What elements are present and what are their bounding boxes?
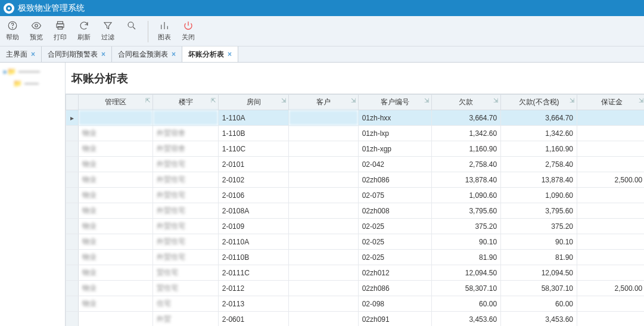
col-deposit[interactable]: 保证金⇲ [577,95,644,110]
cell-deposit [577,312,644,327]
cell-deposit [577,250,644,265]
tree-item[interactable]: ▸📁——— [2,66,63,77]
row-indicator [66,234,79,250]
cell-room: 1-110C [218,141,289,157]
close-icon[interactable]: × [31,50,35,58]
cell-cust-no: 01zh-hxx [358,110,431,126]
printer-icon [54,20,66,32]
tab-main[interactable]: 主界面 × [0,46,42,62]
preview-button[interactable]: 预览 [29,20,44,44]
row-indicator: ▸ [66,110,79,126]
cell-bldg: 外贸住宅 [153,250,218,265]
cell-deposit [577,157,644,172]
cell-customer [289,281,358,296]
cell-room: 2-0102 [218,172,289,188]
close-icon[interactable]: × [172,50,176,58]
svg-line-9 [133,27,135,29]
cell-due-net: 1,160.90 [501,141,577,157]
col-bldg[interactable]: 楼宇⇱ [153,95,218,110]
svg-point-4 [35,24,38,27]
cell-customer [289,110,358,126]
pin-icon[interactable]: ⇲ [493,97,498,104]
data-grid[interactable]: 管理区⇱ 楼宇⇱ 房间⇲ 客户⇲ 客户编号⇲ 欠款⇲ 欠款(不含税)⇲ 保证金⇲… [66,94,644,326]
content-area: ▸📁——— 📁—— 坏账分析表 管理区⇱ 楼宇⇱ 房间⇲ 客户⇲ [0,63,644,326]
table-row[interactable]: 物业贸住宅2-011202zh08658,307.1058,307.102,50… [66,281,645,296]
cell-customer [289,234,358,250]
pin-icon[interactable]: ⇲ [424,97,429,104]
table-row[interactable]: 物业外贸住宅2-0108A02zh0083,795.603,795.603,79… [66,203,645,219]
filter-button[interactable]: 过滤 [100,20,116,44]
table-row[interactable]: 物业外贸宿舍1-110B01zh-lxp1,342.601,342.601,34… [66,126,645,141]
cell-customer [289,203,358,219]
cell-due-net: 60.00 [501,296,577,312]
pin-icon[interactable]: ⇲ [281,97,286,104]
pin-icon[interactable]: ⇱ [211,97,216,104]
table-row[interactable]: 物业外贸住宅2-010102-0422,758.402,758.402,758.… [66,157,645,172]
table-row[interactable]: 物业外贸住宅2-010602-0751,090.601,090.601,090.… [66,188,645,203]
table-row[interactable]: 物业外贸住宅2-0110B02-02581.9081.9081.90 [66,250,645,265]
cell-cust-no: 02zh012 [358,265,431,281]
cell-due: 81.90 [431,250,500,265]
col-cust-no[interactable]: 客户编号⇲ [358,95,431,110]
close-icon[interactable]: × [101,50,105,58]
table-row[interactable]: 物业外贸住宅2-010902-025375.20375.20375.20 [66,219,645,234]
col-due[interactable]: 欠款⇲ [431,95,500,110]
cell-due-net: 3,795.60 [501,203,577,219]
table-row[interactable]: ▸1-110A01zh-hxx3,664.703,664.703,664.70 [66,110,645,126]
table-row[interactable]: 物业外贸住宅2-010202zh08613,878.4013,878.402,5… [66,172,645,188]
refresh-icon [78,20,90,32]
refresh-button[interactable]: 刷新 [76,20,92,44]
table-row[interactable]: 物业外贸宿舍1-110C01zh-xgp1,160.901,160.901,16… [66,141,645,157]
close-icon[interactable]: × [228,50,232,58]
cell-customer [289,172,358,188]
cell-bldg: 外贸住宅 [153,203,218,219]
print-button[interactable]: 打印 [52,20,68,44]
tree-item[interactable]: 📁—— [2,78,63,89]
col-customer[interactable]: 客户⇲ [289,95,358,110]
cell-deposit [577,203,644,219]
page-title: 坏账分析表 [66,63,644,94]
cell-bldg: 贸住宅 [153,265,218,281]
cell-cust-no: 02zh091 [358,312,431,327]
folder-icon: 📁 [13,79,22,88]
col-area[interactable]: 管理区⇱ [78,95,153,110]
cell-due: 2,758.40 [431,157,500,172]
cell-deposit [577,141,644,157]
cell-bldg: 外贸宿舍 [153,141,218,157]
cell-cust-no: 02-025 [358,250,431,265]
table-row[interactable]: 物业贸住宅2-0111C02zh01212,094.5012,094.5012,… [66,265,645,281]
row-indicator [66,172,79,188]
filter-icon [102,20,114,32]
help-button[interactable]: 帮助 [5,20,20,44]
titlebar: 极致物业管理系统 [0,0,644,16]
cell-cust-no: 02-042 [358,157,431,172]
cell-due: 60.00 [431,296,500,312]
pin-icon[interactable]: ⇲ [570,97,574,104]
cell-due-net: 3,453.60 [501,312,577,327]
table-row[interactable]: 物业外贸住宅2-0110A02-02590.1090.1090.10 [66,234,645,250]
cell-due-net: 3,664.70 [501,110,577,126]
cell-due-net: 1,342.60 [501,126,577,141]
close-button[interactable]: 关闭 [181,20,196,44]
pin-icon[interactable]: ⇱ [145,97,150,104]
chart-button[interactable]: 图表 [157,20,172,44]
cell-room: 2-0113 [218,296,289,312]
sidebar-tree[interactable]: ▸📁——— 📁—— [0,63,66,326]
tab-contract-expiry[interactable]: 合同到期预警表 × [42,46,112,62]
tab-rent-forecast[interactable]: 合同租金预测表 × [112,46,182,62]
pin-icon[interactable]: ⇲ [351,97,356,104]
row-indicator [66,250,79,265]
cell-bldg: 贸住宅 [153,281,218,296]
row-indicator-header [66,95,79,110]
col-due-net[interactable]: 欠款(不含税)⇲ [501,95,577,110]
filter-label: 过滤 [101,33,114,42]
cell-area: 物业 [78,188,153,203]
search-button[interactable] [124,20,139,44]
table-row[interactable]: 物业住宅2-011302-09860.0060.0060.00 [66,296,645,312]
table-row[interactable]: 外贸2-060102zh0913,453.603,453.603,453.60 [66,312,645,327]
tab-bad-debt[interactable]: 坏账分析表 × [182,46,238,62]
cell-due-net: 12,094.50 [501,265,577,281]
cell-customer [289,312,358,327]
col-room[interactable]: 房间⇲ [218,95,289,110]
pin-icon[interactable]: ⇲ [639,97,643,104]
